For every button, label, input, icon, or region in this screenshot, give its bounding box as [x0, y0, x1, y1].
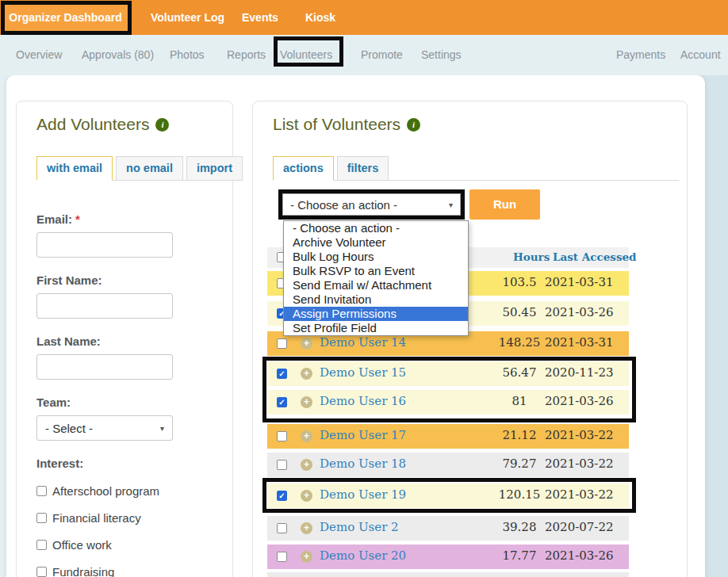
sub-nav-item-settings[interactable]: Settings [421, 35, 462, 75]
add-volunteers-title: Add Volunteers i [36, 115, 232, 134]
info-icon[interactable]: i [407, 118, 420, 132]
sub-nav-item-approvals-80[interactable]: Approvals (80) [82, 35, 154, 75]
action-option-send-email-w-attachment[interactable]: Send Email w/ Attachment [284, 278, 468, 292]
top-nav-item-organizer-dashboard[interactable]: Organizer Dashboard [2, 2, 129, 33]
interest-label: Interest: [36, 457, 83, 470]
last-accessed-value: 2021-03-26 [545, 394, 613, 408]
list-of-volunteers-title: List of Volunteers i [273, 115, 687, 134]
last-accessed-value: 2021-03-31 [545, 275, 613, 289]
volunteer-name-link[interactable]: Demo User 17 [320, 428, 406, 442]
team-group: Team: - Select - ▾ [36, 395, 232, 441]
expand-plus-icon[interactable]: + [301, 490, 312, 502]
chevron-down-icon: ▾ [449, 201, 453, 209]
interest-checkbox[interactable] [36, 486, 47, 496]
interest-checkbox[interactable] [36, 567, 47, 577]
expand-plus-icon[interactable]: + [301, 522, 312, 534]
interest-row: Fundraising [36, 565, 232, 577]
tab-actions[interactable]: actions [273, 156, 334, 181]
interest-group: Interest: [36, 457, 232, 471]
expand-plus-icon[interactable]: + [301, 459, 312, 471]
expand-plus-icon[interactable]: + [301, 396, 312, 408]
first-name-label: First Name: [36, 273, 102, 287]
required-marker: * [75, 212, 80, 226]
hours-column-header[interactable]: Hours [513, 250, 550, 263]
row-checkbox[interactable]: ✓ [277, 369, 287, 379]
action-option-bulk-log-hours[interactable]: Bulk Log Hours [284, 250, 468, 264]
volunteer-name-link[interactable]: Demo User 16 [320, 394, 406, 408]
sub-nav: OverviewApprovals (80)PhotosReportsVolun… [0, 35, 728, 75]
volunteer-name-link[interactable]: Demo User 18 [320, 457, 406, 471]
last-accessed-value: 2020-11-23 [545, 365, 613, 380]
last-accessed-value: 2021-03-22 [545, 428, 613, 442]
action-option-send-invitation[interactable]: Send Invitation [284, 292, 468, 307]
tab-no-email[interactable]: no email [116, 156, 183, 181]
sub-nav-item-photos[interactable]: Photos [170, 35, 205, 75]
add-volunteers-panel: Add Volunteers i with emailno emailimpor… [16, 101, 233, 577]
info-icon[interactable]: i [155, 118, 169, 132]
sub-nav-item-account[interactable]: Account [680, 35, 721, 75]
expand-plus-icon[interactable]: + [301, 551, 312, 563]
email-label: Email:* [36, 212, 80, 226]
email-field[interactable] [36, 232, 173, 258]
interest-checkbox[interactable] [36, 513, 47, 523]
tab-filters[interactable]: filters [337, 156, 389, 181]
volunteer-name-link[interactable]: Demo User 2 [320, 520, 399, 534]
hours-value: 120.15 [492, 487, 547, 502]
action-option-choose-an-action[interactable]: - Choose an action - [284, 221, 468, 235]
table-row: +Demo User 239.282020-07-22 [267, 516, 629, 541]
action-option-set-profile-field[interactable]: Set Profile Field [284, 321, 468, 335]
volunteer-name-link[interactable]: Demo User 20 [320, 548, 406, 563]
row-checkbox[interactable] [277, 523, 287, 533]
expand-plus-icon[interactable]: + [301, 338, 312, 350]
row-checkbox[interactable] [277, 552, 287, 562]
expand-plus-icon[interactable]: + [301, 430, 312, 442]
last-accessed-value: 2020-07-22 [545, 520, 613, 534]
action-option-archive-volunteer[interactable]: Archive Volunteer [284, 235, 468, 250]
action-dropdown-list: - Choose an action -Archive VolunteerBul… [283, 220, 469, 336]
volunteer-name-link[interactable]: Demo User 14 [320, 335, 406, 350]
team-select-value: - Select - [45, 422, 93, 435]
volunteer-name-link[interactable]: Demo User 19 [320, 487, 406, 502]
interest-label: Afterschool program [52, 484, 159, 498]
team-select[interactable]: - Select - ▾ [36, 415, 173, 441]
last-accessed-value: 2021-03-26 [545, 305, 613, 319]
top-nav: Organizer DashboardVolunteer LogEventsKi… [0, 0, 728, 35]
action-option-bulk-rsvp-to-an-event[interactable]: Bulk RSVP to an Event [284, 264, 468, 278]
last-name-field[interactable] [36, 354, 173, 380]
tab-with-email[interactable]: with email [36, 156, 113, 181]
last-accessed-value: 2021-03-26 [545, 548, 613, 563]
top-nav-item-kiosk[interactable]: Kiosk [305, 0, 335, 35]
top-nav-item-events[interactable]: Events [242, 0, 278, 35]
team-label: Team: [36, 395, 71, 409]
top-nav-item-volunteer-log[interactable]: Volunteer Log [151, 0, 224, 35]
hours-value: 21.12 [492, 428, 547, 442]
add-volunteers-title-text: Add Volunteers [36, 115, 149, 134]
sub-nav-item-promote[interactable]: Promote [361, 35, 403, 75]
action-option-assign-permissions[interactable]: Assign Permissions [284, 307, 468, 321]
row-checkbox[interactable] [277, 431, 287, 441]
row-checkbox[interactable]: ✓ [277, 397, 287, 407]
row-checkbox[interactable] [277, 460, 287, 470]
hours-value: 50.45 [492, 305, 547, 319]
row-checkbox[interactable]: ✓ [277, 491, 287, 501]
sub-nav-item-volunteers[interactable]: Volunteers [280, 35, 332, 75]
action-select[interactable]: - Choose an action - ▾ [282, 193, 461, 216]
list-of-volunteers-tabs: actionsfilters [273, 155, 679, 181]
run-button[interactable]: Run [469, 189, 540, 220]
last-accessed-value: 2021-03-31 [545, 335, 613, 350]
interest-checkbox[interactable] [36, 540, 47, 550]
table-row: ✓+Demo User 1556.472020-11-23 [267, 361, 629, 386]
volunteer-name-link[interactable]: Demo User 15 [320, 365, 406, 380]
sub-nav-item-payments[interactable]: Payments [616, 35, 665, 75]
first-name-field[interactable] [36, 293, 173, 319]
last-accessed-column-header[interactable]: Last Accessed [553, 250, 637, 263]
table-row: +Demo User 1721.122021-03-22 [267, 424, 629, 449]
email-group: Email:* [36, 212, 232, 258]
sub-nav-item-overview[interactable]: Overview [16, 35, 62, 75]
tab-import[interactable]: import [186, 156, 243, 181]
sub-nav-item-reports[interactable]: Reports [227, 35, 266, 75]
hours-value: 148.25 [492, 335, 547, 350]
row-checkbox[interactable] [277, 338, 287, 349]
interest-row: Afterschool program [36, 484, 232, 498]
expand-plus-icon[interactable]: + [301, 368, 312, 380]
